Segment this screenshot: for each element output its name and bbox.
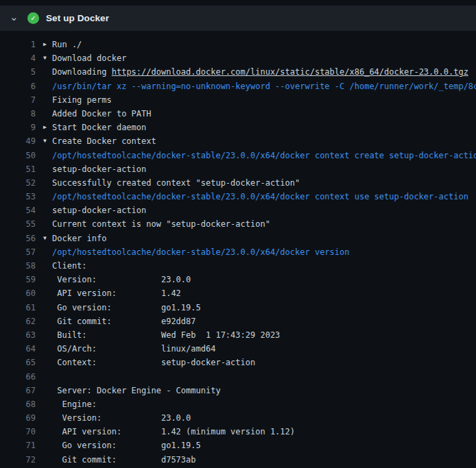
line-number[interactable]: 65 bbox=[0, 356, 36, 369]
success-status-icon: ✓ bbox=[27, 12, 39, 24]
line-number[interactable]: 5 bbox=[0, 65, 36, 79]
log-row: 5Downloading https://download.docker.com… bbox=[0, 65, 476, 79]
chevron-down-icon[interactable]: ⌄ bbox=[10, 12, 27, 22]
arrow-spacer bbox=[43, 149, 52, 162]
log-row: 59 Version: 23.0.0 bbox=[0, 273, 476, 286]
log-text: Git commit: d7573ab bbox=[52, 453, 476, 467]
log-text: /opt/hostedtoolcache/docker-stable/23.0.… bbox=[52, 149, 476, 162]
line-number[interactable]: 6 bbox=[0, 79, 36, 93]
log-text: API version: 1.42 (minimum version 1.12) bbox=[52, 425, 476, 439]
line-number[interactable]: 49 bbox=[0, 134, 36, 148]
group-title[interactable]: Download docker bbox=[52, 51, 476, 65]
log-row: 52Successfully created context "setup-do… bbox=[0, 176, 476, 190]
line-number[interactable]: 63 bbox=[0, 328, 36, 342]
arrow-spacer bbox=[43, 342, 52, 356]
arrow-spacer bbox=[43, 93, 52, 107]
log-text: OS/Arch: linux/amd64 bbox=[52, 342, 476, 356]
log-text: Server: Docker Engine - Community bbox=[52, 384, 476, 397]
group-expanded-icon[interactable]: ▼ bbox=[43, 232, 52, 245]
log-text: /opt/hostedtoolcache/docker-stable/23.0.… bbox=[52, 190, 476, 204]
log-lines: 1▶Run ./4▼Download docker5Downloading ht… bbox=[0, 31, 476, 468]
log-row: 71 Go version: go1.19.5 bbox=[0, 439, 476, 452]
group-expanded-icon[interactable]: ▼ bbox=[43, 134, 52, 148]
log-text: Git commit: e92dd87 bbox=[52, 315, 476, 328]
line-number[interactable]: 50 bbox=[0, 149, 36, 162]
arrow-spacer bbox=[43, 176, 52, 190]
line-number[interactable]: 70 bbox=[0, 425, 36, 439]
log-row: 70 API version: 1.42 (minimum version 1.… bbox=[0, 425, 476, 439]
arrow-spacer bbox=[43, 65, 52, 79]
log-text: /usr/bin/tar xz --warning=no-unknown-key… bbox=[52, 79, 476, 93]
line-number[interactable]: 61 bbox=[0, 301, 36, 315]
line-number[interactable]: 53 bbox=[0, 190, 36, 204]
log-row: 1▶Run ./ bbox=[0, 38, 476, 51]
arrow-spacer bbox=[43, 162, 52, 176]
log-row: 61 Go version: go1.19.5 bbox=[0, 301, 476, 315]
arrow-spacer bbox=[43, 397, 52, 411]
log-text: setup-docker-action bbox=[52, 204, 476, 217]
group-title[interactable]: Create Docker context bbox=[52, 134, 476, 148]
log-row: 4▼Download docker bbox=[0, 51, 476, 65]
line-number[interactable]: 59 bbox=[0, 273, 36, 286]
log-text: Built: Wed Feb 1 17:43:29 2023 bbox=[52, 328, 476, 342]
log-text: setup-docker-action bbox=[52, 162, 476, 176]
line-number[interactable]: 4 bbox=[0, 51, 36, 65]
log-text: Downloading https://download.docker.com/… bbox=[52, 65, 476, 79]
log-row: 6/usr/bin/tar xz --warning=no-unknown-ke… bbox=[0, 79, 476, 93]
log-row: 65 Context: setup-docker-action bbox=[0, 356, 476, 369]
line-number[interactable]: 69 bbox=[0, 411, 36, 425]
log-text: Engine: bbox=[52, 397, 476, 411]
log-row: 58Client: bbox=[0, 259, 476, 273]
check-icon: ✓ bbox=[30, 15, 36, 22]
line-number[interactable]: 60 bbox=[0, 286, 36, 300]
group-collapsed-icon[interactable]: ▶ bbox=[43, 121, 52, 134]
line-number[interactable]: 62 bbox=[0, 315, 36, 328]
line-number[interactable]: 8 bbox=[0, 107, 36, 121]
arrow-spacer bbox=[43, 190, 52, 204]
line-number[interactable]: 68 bbox=[0, 397, 36, 411]
arrow-spacer bbox=[43, 384, 52, 397]
group-title[interactable]: Run ./ bbox=[52, 38, 476, 51]
log-text: Go version: go1.19.5 bbox=[52, 439, 476, 452]
step-header[interactable]: ⌄ ✓ Set up Docker bbox=[0, 5, 476, 31]
log-row: 49▼Create Docker context bbox=[0, 134, 476, 148]
line-number[interactable]: 72 bbox=[0, 453, 36, 467]
line-number[interactable]: 1 bbox=[0, 38, 36, 51]
log-text: /opt/hostedtoolcache/docker-stable/23.0.… bbox=[52, 245, 476, 259]
log-row: 56▼Docker info bbox=[0, 232, 476, 245]
log-text: Successfully created context "setup-dock… bbox=[52, 176, 476, 190]
log-text: Version: 23.0.0 bbox=[52, 411, 476, 425]
line-number[interactable]: 9 bbox=[0, 121, 36, 134]
group-title[interactable]: Docker info bbox=[52, 232, 476, 245]
group-title[interactable]: Start Docker daemon bbox=[52, 121, 476, 134]
line-number[interactable]: 58 bbox=[0, 259, 36, 273]
line-number[interactable]: 71 bbox=[0, 439, 36, 452]
line-number[interactable]: 55 bbox=[0, 217, 36, 231]
group-collapsed-icon[interactable]: ▶ bbox=[43, 38, 52, 51]
log-row: 55Current context is now "setup-docker-a… bbox=[0, 217, 476, 231]
line-number[interactable]: 7 bbox=[0, 93, 36, 107]
arrow-spacer bbox=[43, 411, 52, 425]
arrow-spacer bbox=[43, 301, 52, 315]
arrow-spacer bbox=[43, 328, 52, 342]
line-number[interactable]: 66 bbox=[0, 370, 36, 384]
line-number[interactable]: 56 bbox=[0, 232, 36, 245]
arrow-spacer bbox=[43, 370, 52, 384]
line-number[interactable]: 64 bbox=[0, 342, 36, 356]
log-row: 50/opt/hostedtoolcache/docker-stable/23.… bbox=[0, 149, 476, 162]
line-number[interactable]: 67 bbox=[0, 384, 36, 397]
log-text: Version: 23.0.0 bbox=[52, 273, 476, 286]
log-row: 64 OS/Arch: linux/amd64 bbox=[0, 342, 476, 356]
line-number[interactable]: 57 bbox=[0, 245, 36, 259]
arrow-spacer bbox=[43, 245, 52, 259]
line-number[interactable]: 52 bbox=[0, 176, 36, 190]
arrow-spacer bbox=[43, 286, 52, 300]
log-text: Added Docker to PATH bbox=[52, 107, 476, 121]
line-number[interactable]: 51 bbox=[0, 162, 36, 176]
group-expanded-icon[interactable]: ▼ bbox=[43, 51, 52, 65]
log-row: 62 Git commit: e92dd87 bbox=[0, 315, 476, 328]
line-number[interactable]: 54 bbox=[0, 204, 36, 217]
log-text-prefix: Downloading bbox=[52, 67, 112, 77]
arrow-spacer bbox=[43, 453, 52, 467]
log-link[interactable]: https://download.docker.com/linux/static… bbox=[112, 67, 468, 77]
